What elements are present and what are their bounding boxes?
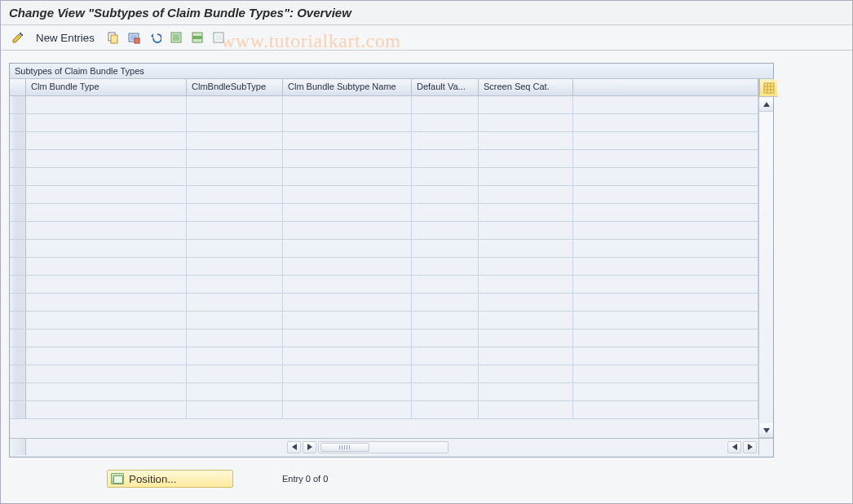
cell-clm-bundle-type[interactable]	[26, 222, 187, 239]
row-selector[interactable]	[10, 132, 26, 149]
row-selector[interactable]	[10, 258, 26, 275]
copy-as-button[interactable]	[104, 29, 122, 46]
cell-screen-seq-cat[interactable]	[479, 132, 573, 149]
deselect-all-button[interactable]	[210, 29, 228, 46]
cell-default-value[interactable]	[412, 168, 479, 185]
cell-clm-bundle-type[interactable]	[26, 204, 187, 221]
cell-clm-bundle-type[interactable]	[26, 114, 187, 131]
select-all-button[interactable]	[167, 29, 185, 46]
cell-clm-bundle-subtype-name[interactable]	[283, 240, 412, 257]
cell-clm-bundle-type[interactable]	[26, 258, 187, 275]
cell-clm-bndle-subtype[interactable]	[187, 365, 283, 382]
vscroll-track[interactable]	[759, 112, 773, 423]
cell-screen-seq-cat[interactable]	[479, 222, 573, 239]
row-selector[interactable]	[10, 186, 26, 203]
cell-screen-seq-cat[interactable]	[479, 294, 573, 311]
cell-clm-bundle-type[interactable]	[26, 132, 187, 149]
hscroll-right-button[interactable]	[303, 441, 316, 453]
cell-clm-bundle-subtype-name[interactable]	[283, 258, 412, 275]
cell-clm-bndle-subtype[interactable]	[187, 276, 283, 293]
cell-clm-bundle-type[interactable]	[26, 294, 187, 311]
cell-default-value[interactable]	[412, 240, 479, 257]
column-header-clm-bndle-subtype[interactable]: ClmBndleSubType	[187, 79, 283, 95]
select-block-button[interactable]	[188, 29, 206, 46]
cell-clm-bundle-subtype-name[interactable]	[283, 114, 412, 131]
cell-default-value[interactable]	[412, 132, 479, 149]
row-selector[interactable]	[10, 347, 26, 365]
cell-default-value[interactable]	[412, 258, 479, 275]
cell-screen-seq-cat[interactable]	[479, 347, 573, 365]
cell-screen-seq-cat[interactable]	[479, 365, 573, 382]
delete-button[interactable]	[125, 29, 143, 46]
cell-clm-bundle-subtype-name[interactable]	[283, 96, 412, 113]
row-selector[interactable]	[10, 401, 26, 418]
hscroll-thumb[interactable]	[320, 443, 369, 452]
cell-clm-bundle-type[interactable]	[26, 240, 187, 257]
cell-default-value[interactable]	[412, 383, 479, 400]
cell-clm-bndle-subtype[interactable]	[187, 312, 283, 329]
row-selector[interactable]	[10, 168, 26, 185]
cell-screen-seq-cat[interactable]	[479, 401, 573, 418]
hscroll-right-button-2[interactable]	[743, 441, 757, 453]
toggle-display-change-button[interactable]	[9, 29, 27, 46]
cell-screen-seq-cat[interactable]	[479, 114, 573, 131]
vscroll-up-button[interactable]	[759, 97, 773, 112]
column-header-default-value[interactable]: Default Va...	[412, 79, 479, 95]
cell-clm-bundle-type[interactable]	[26, 383, 187, 400]
cell-clm-bundle-type[interactable]	[26, 168, 187, 185]
cell-screen-seq-cat[interactable]	[479, 204, 573, 221]
row-selector[interactable]	[10, 240, 26, 257]
cell-clm-bundle-type[interactable]	[26, 186, 187, 203]
cell-clm-bndle-subtype[interactable]	[187, 240, 283, 257]
cell-clm-bndle-subtype[interactable]	[187, 204, 283, 221]
column-header-screen-seq-cat[interactable]: Screen Seq Cat.	[479, 79, 573, 95]
table-settings-button[interactable]	[759, 79, 777, 97]
new-entries-button[interactable]: New Entries	[30, 29, 100, 46]
row-selector[interactable]	[10, 329, 26, 347]
cell-clm-bundle-type[interactable]	[26, 96, 187, 113]
row-selector[interactable]	[10, 96, 26, 113]
cell-screen-seq-cat[interactable]	[479, 276, 573, 293]
cell-default-value[interactable]	[412, 312, 479, 329]
cell-clm-bndle-subtype[interactable]	[187, 132, 283, 149]
hscroll-left-button-2[interactable]	[727, 441, 741, 453]
cell-clm-bundle-subtype-name[interactable]	[283, 401, 412, 418]
cell-clm-bundle-type[interactable]	[26, 276, 187, 293]
cell-default-value[interactable]	[412, 150, 479, 167]
cell-default-value[interactable]	[412, 114, 479, 131]
cell-default-value[interactable]	[412, 204, 479, 221]
cell-clm-bndle-subtype[interactable]	[187, 186, 283, 203]
cell-clm-bundle-type[interactable]	[26, 347, 187, 365]
row-selector-header[interactable]	[10, 79, 26, 95]
position-button[interactable]: Position...	[107, 470, 233, 488]
cell-clm-bundle-type[interactable]	[26, 312, 187, 329]
cell-clm-bundle-subtype-name[interactable]	[283, 312, 412, 329]
cell-clm-bundle-subtype-name[interactable]	[283, 186, 412, 203]
cell-clm-bundle-type[interactable]	[26, 365, 187, 382]
cell-screen-seq-cat[interactable]	[479, 150, 573, 167]
cell-screen-seq-cat[interactable]	[479, 168, 573, 185]
cell-clm-bundle-subtype-name[interactable]	[283, 204, 412, 221]
row-selector[interactable]	[10, 365, 26, 382]
row-selector[interactable]	[10, 114, 26, 131]
cell-screen-seq-cat[interactable]	[479, 96, 573, 113]
cell-clm-bundle-subtype-name[interactable]	[283, 365, 412, 382]
row-selector[interactable]	[10, 294, 26, 311]
cell-default-value[interactable]	[412, 294, 479, 311]
hscroll-track[interactable]	[318, 441, 449, 453]
column-header-clm-bundle-type[interactable]: Clm Bundle Type	[26, 79, 187, 95]
cell-clm-bundle-subtype-name[interactable]	[283, 150, 412, 167]
vscroll-down-button[interactable]	[759, 423, 773, 438]
row-selector[interactable]	[10, 312, 26, 329]
cell-screen-seq-cat[interactable]	[479, 240, 573, 257]
row-selector[interactable]	[10, 383, 26, 400]
cell-clm-bundle-subtype-name[interactable]	[283, 168, 412, 185]
cell-clm-bndle-subtype[interactable]	[187, 168, 283, 185]
row-selector[interactable]	[10, 204, 26, 221]
undo-change-button[interactable]	[146, 29, 164, 46]
cell-clm-bundle-subtype-name[interactable]	[283, 383, 412, 400]
cell-clm-bndle-subtype[interactable]	[187, 150, 283, 167]
cell-screen-seq-cat[interactable]	[479, 312, 573, 329]
cell-clm-bndle-subtype[interactable]	[187, 294, 283, 311]
cell-screen-seq-cat[interactable]	[479, 329, 573, 347]
